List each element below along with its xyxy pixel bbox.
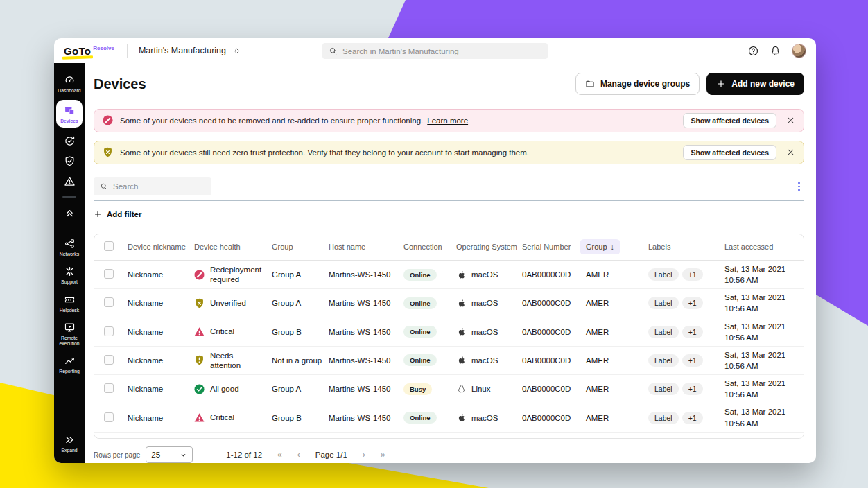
logo-resolve-text: Resolve: [93, 45, 114, 51]
row-checkbox[interactable]: [104, 383, 114, 393]
sidebar-item-expand[interactable]: Expand: [54, 430, 85, 458]
first-page-button[interactable]: «: [277, 450, 282, 460]
more-options-icon[interactable]: [794, 180, 804, 193]
global-search[interactable]: [322, 43, 548, 59]
table-search-input[interactable]: [113, 182, 205, 191]
label-pill[interactable]: Label: [648, 297, 679, 309]
connection-badge: Online: [403, 326, 437, 338]
alert-removed-devices: Some of your devices need to be removed …: [94, 109, 804, 132]
manage-device-groups-button[interactable]: Manage device groups: [575, 73, 700, 95]
device-group: Group A: [272, 270, 329, 279]
host-name: Martins-WS-1450: [329, 414, 403, 422]
labels: Label+1: [648, 433, 724, 439]
host-name: Martins-WS-1450: [329, 328, 403, 336]
sidebar-item-protection[interactable]: [54, 151, 85, 171]
row-checkbox[interactable]: [104, 355, 114, 365]
row-checkbox[interactable]: [104, 326, 114, 336]
goto-resolve-logo[interactable]: GoTo Resolve: [64, 45, 114, 57]
sidebar-item-alerts[interactable]: [54, 171, 85, 191]
table-row[interactable]: NicknameNeeds attentionNot in a groupMar…: [94, 347, 804, 375]
add-filter-button[interactable]: Add filter: [94, 210, 804, 218]
connection-badge: Online: [403, 412, 437, 424]
column-header-labels[interactable]: Labels: [648, 243, 724, 251]
help-icon[interactable]: [747, 45, 759, 57]
device-health: All good: [194, 433, 272, 439]
sidebar-divider: [62, 196, 76, 198]
column-header-device-health[interactable]: Device health: [194, 243, 272, 251]
prev-page-button[interactable]: ‹: [297, 450, 300, 460]
column-header-last-accessed[interactable]: Last accessed: [724, 243, 795, 251]
chevron-down-icon: [180, 451, 187, 459]
notifications-bell-icon[interactable]: [770, 45, 781, 57]
global-search-input[interactable]: [342, 47, 541, 55]
labels: Label+1: [648, 383, 724, 395]
column-header-connection[interactable]: Connection: [403, 243, 456, 251]
region-group: AMER: [586, 328, 648, 336]
column-header-serial-number[interactable]: Serial Number: [522, 243, 586, 251]
sidebar-item-remote-execution[interactable]: Remote execution: [54, 317, 85, 351]
warning-icon: [64, 175, 76, 187]
label-pill[interactable]: Label: [648, 354, 679, 367]
show-affected-devices-button[interactable]: Show affected devices: [683, 145, 776, 160]
page-title: Devices: [94, 76, 146, 92]
host-name: Martins-WS-1450: [329, 299, 403, 307]
close-icon[interactable]: [786, 148, 795, 157]
sidebar-item-patch-management[interactable]: [54, 131, 85, 151]
operating-system: macOS: [456, 326, 522, 337]
device-nickname: Nickname: [128, 414, 194, 422]
table-row[interactable]: NicknameCriticalGroup BMartins-WS-1450On…: [94, 317, 804, 346]
shield-check-icon: [64, 155, 76, 167]
device-nickname: Nickname: [128, 433, 194, 439]
table-row[interactable]: NicknameUnverifiedGroup AMartins-WS-1450…: [94, 289, 804, 317]
sidebar-item-devices[interactable]: Devices: [56, 100, 83, 128]
select-all-checkbox[interactable]: [103, 241, 128, 252]
close-icon[interactable]: [786, 116, 795, 125]
rows-per-page-select[interactable]: 25: [146, 446, 193, 463]
table-row[interactable]: NicknameAll goodGroup AMartins-WS-1450Bu…: [94, 375, 804, 403]
region-group: AMER: [586, 433, 648, 439]
label-pill[interactable]: +1: [682, 268, 703, 281]
label-pill[interactable]: +1: [682, 383, 703, 395]
column-header-operating-system[interactable]: Operating System: [456, 243, 522, 251]
top-bar: GoTo Resolve Martin's Manufacturing: [54, 38, 816, 63]
sidebar-item-networks[interactable]: Networks: [54, 234, 85, 261]
label-pill[interactable]: +1: [682, 326, 703, 338]
user-avatar[interactable]: [792, 44, 806, 58]
column-header-group-sorted[interactable]: Group↓: [586, 239, 648, 254]
last-page-button[interactable]: »: [381, 450, 385, 460]
label-pill[interactable]: Label: [648, 383, 679, 395]
table-row[interactable]: NicknameRedeployment requiredGroup AMart…: [94, 261, 804, 289]
table-row[interactable]: NicknameCriticalGroup BMartins-WS-1450On…: [94, 403, 804, 432]
add-new-device-button[interactable]: Add new device: [706, 73, 804, 95]
apple-icon: [456, 298, 467, 308]
column-header-group[interactable]: Group: [272, 243, 329, 251]
checkbox[interactable]: [104, 241, 114, 251]
label-pill[interactable]: +1: [682, 354, 703, 367]
sidebar-item-support[interactable]: Support: [54, 261, 85, 289]
column-header-host-name[interactable]: Host name: [329, 243, 403, 251]
labels: Label+1: [648, 412, 724, 424]
pagination-range: 1-12 of 12: [226, 451, 262, 459]
label-pill[interactable]: +1: [682, 412, 703, 424]
row-checkbox[interactable]: [104, 412, 114, 422]
sidebar-item-label: Reporting: [59, 369, 79, 374]
table-search[interactable]: [94, 177, 211, 195]
column-header-device-nickname[interactable]: Device nickname: [128, 243, 194, 251]
device-health: Redeployment required: [194, 265, 272, 285]
org-selector[interactable]: Martin's Manufacturing: [139, 46, 241, 55]
label-pill[interactable]: Label: [648, 412, 679, 424]
label-pill[interactable]: Label: [648, 268, 679, 281]
label-pill[interactable]: +1: [682, 297, 703, 309]
row-checkbox[interactable]: [104, 297, 114, 307]
sidebar-item-collapse[interactable]: [54, 202, 85, 223]
sidebar-item-helpdesk[interactable]: Helpdesk: [54, 290, 85, 317]
label-pill[interactable]: Label: [648, 326, 679, 338]
show-affected-devices-button[interactable]: Show affected devices: [683, 113, 776, 128]
table-row[interactable]: NicknameAll goodGroup AMartins-WS-1450On…: [94, 433, 804, 439]
row-checkbox[interactable]: [104, 269, 114, 279]
sidebar-item-reporting[interactable]: Reporting: [54, 351, 85, 378]
sidebar-item-dashboard[interactable]: Dashboard: [54, 70, 85, 98]
host-name: Martins-WS-1450: [329, 270, 403, 279]
next-page-button[interactable]: ›: [363, 450, 365, 460]
learn-more-link[interactable]: Learn more: [427, 116, 468, 125]
